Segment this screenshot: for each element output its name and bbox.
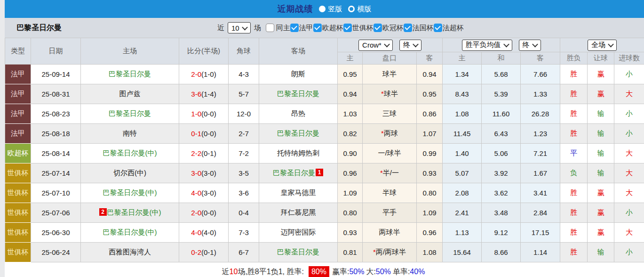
win-ratio-label: 赢率: <box>332 268 349 276</box>
away-mean-cell: 26.28 <box>521 104 560 124</box>
handicap-result-cell: 输 <box>588 243 614 262</box>
checkbox-checked-icon[interactable] <box>290 24 299 32</box>
layout-option-vertical[interactable]: 竖版 <box>319 5 342 14</box>
radio-selected-icon[interactable] <box>319 6 326 12</box>
team-name[interactable]: 巴黎圣日尔曼(中) <box>103 149 157 157</box>
bookmaker-select-value: Crow* <box>362 41 382 49</box>
single-ratio-label: 单率: <box>393 268 410 276</box>
competition-filter[interactable]: 欧超杯 <box>313 24 343 33</box>
competition-filter[interactable]: 欧冠杯 <box>374 24 404 33</box>
mean-group-header: 胜平负均值 终 <box>443 38 560 52</box>
corner-cell: 6-7 <box>229 243 259 262</box>
team-name[interactable]: 切尔西(中) <box>113 169 146 177</box>
competition-type-cell: 法甲 <box>5 65 31 84</box>
competition-type-cell: 世俱杯 <box>5 243 31 262</box>
team-name[interactable]: 巴黎圣日尔曼 <box>109 109 151 117</box>
avg-period-select[interactable]: 终 <box>519 40 541 51</box>
home-team-cell: 巴黎圣日尔曼 <box>81 104 179 124</box>
home-odds-cell: 0.81 <box>338 243 363 262</box>
odds-group-header: Crow* 终 <box>338 38 443 52</box>
team-name[interactable]: 拜仁慕尼黑 <box>281 208 316 216</box>
section-title: 近期战绩 <box>278 3 313 15</box>
layout-option-horizontal-label: 横版 <box>358 5 372 14</box>
away-odds-cell: 0.86 <box>417 104 443 124</box>
summary-record: 场,胜8平1负1, 胜率: <box>238 268 303 276</box>
half-time-score: (0-0) <box>201 209 216 217</box>
col-header-score: 比分(半场) <box>179 38 229 65</box>
avg-select[interactable]: 胜平负均值 <box>462 40 512 51</box>
full-time-score: 4-0 <box>191 189 201 197</box>
team-name[interactable]: 皇家马德里 <box>281 188 316 196</box>
competition-filter[interactable]: 法超杯 <box>434 24 464 33</box>
team-name[interactable]: 巴黎圣日尔曼(中) <box>107 208 161 216</box>
col-header-result: 胜负 <box>560 52 588 65</box>
result-cell: 胜 <box>560 65 588 84</box>
score-cell: 4-0(3-0) <box>179 183 229 203</box>
match-count-select[interactable]: 10 <box>228 22 251 33</box>
scope-select[interactable]: 全场 <box>588 40 617 51</box>
half-time-score: (3-0) <box>201 169 216 177</box>
layout-option-horizontal[interactable]: 横版 <box>348 5 372 14</box>
home-team-cell: 巴黎圣日尔曼 <box>81 65 179 84</box>
page-container: 近期战绩 竖版 横版 巴黎圣日尔曼 近 10 场 同主 法甲欧超杯世俱杯欧冠杯法… <box>5 0 644 277</box>
team-name[interactable]: 巴黎圣日尔曼 <box>273 169 315 177</box>
competition-type-cell: 法甲 <box>5 84 31 104</box>
handicap-line-cell: 三球 <box>363 104 417 124</box>
checkbox-checked-icon[interactable] <box>343 24 352 32</box>
bookmaker-period-value: 终 <box>403 41 410 49</box>
team-name[interactable]: 昂热 <box>291 109 305 117</box>
half-time-score: (0-0) <box>201 110 216 118</box>
corner-cell: 7-3 <box>229 223 259 243</box>
team-name[interactable]: 巴黎圣日尔曼(中) <box>103 228 157 236</box>
bookmaker-select[interactable]: Crow* <box>358 40 393 51</box>
col-header-odds-home: 主 <box>338 52 363 65</box>
full-time-score: 0-2 <box>191 248 201 256</box>
team-name[interactable]: 迈阿密国际 <box>281 228 316 236</box>
team-name[interactable]: 巴黎圣日尔曼(中) <box>103 188 157 196</box>
handicap-line-cell: 一/球半 <box>363 144 417 163</box>
rank-badge: 2 <box>99 208 107 216</box>
match-date-cell: 25-09-14 <box>31 65 81 84</box>
col-header-mean-home: 主 <box>443 52 482 65</box>
competition-filter[interactable]: 法甲 <box>290 24 313 33</box>
score-cell: 3-0(3-0) <box>179 163 229 183</box>
col-header-mean-draw: 和 <box>482 52 521 65</box>
away-mean-cell: 1.23 <box>521 124 560 144</box>
summary-prefix: 近 <box>222 268 230 276</box>
checkbox-checked-icon[interactable] <box>374 24 382 32</box>
competition-label: 法国杯 <box>413 24 434 33</box>
same-home-checkbox[interactable] <box>266 24 274 32</box>
handicap-result-cell: 赢 <box>588 65 614 84</box>
match-date-cell: 25-07-10 <box>31 183 81 203</box>
scope-select-value: 全场 <box>591 41 605 49</box>
checkbox-checked-icon[interactable] <box>313 24 322 32</box>
away-team-cell: 拜仁慕尼黑 <box>259 203 338 223</box>
team-name[interactable]: 巴黎圣日尔曼 <box>277 248 319 256</box>
half-time-score: (0-1) <box>201 248 216 256</box>
match-table: 类型 日期 主场 比分(半场) 角球 客场 Crow* 终 <box>5 38 644 262</box>
competition-filter[interactable]: 世俱杯 <box>343 24 374 33</box>
away-team-cell: 朗斯 <box>259 65 338 84</box>
handicap-result-cell: 输 <box>588 144 614 163</box>
team-name[interactable]: 朗斯 <box>291 70 305 78</box>
handicap-line-cell: 球半 <box>363 65 417 84</box>
team-name[interactable]: 南特 <box>123 129 137 137</box>
result-cell: 胜 <box>560 124 588 144</box>
full-time-score: 4-0 <box>191 228 201 236</box>
team-name[interactable]: 巴黎圣日尔曼 <box>277 129 319 137</box>
team-name[interactable]: 巴黎圣日尔曼 <box>277 90 319 98</box>
radio-unselected-icon[interactable] <box>348 6 355 12</box>
full-time-score: 3-6 <box>191 90 201 98</box>
half-time-score: (0-0) <box>201 130 216 138</box>
team-name[interactable]: 图卢兹 <box>119 90 141 98</box>
competition-filter[interactable]: 法国杯 <box>404 24 434 33</box>
team-name[interactable]: 托特纳姆热刺 <box>277 149 319 157</box>
checkbox-checked-icon[interactable] <box>434 24 442 32</box>
goals-result-cell: 大 <box>614 223 644 243</box>
bookmaker-period-select[interactable]: 终 <box>399 40 421 51</box>
team-name[interactable]: 西雅图海湾人 <box>109 248 151 256</box>
score-cell: 2-2(0-1) <box>179 144 229 163</box>
goals-result-cell: 小 <box>614 104 644 124</box>
checkbox-checked-icon[interactable] <box>404 24 412 32</box>
team-name[interactable]: 巴黎圣日尔曼 <box>109 70 151 78</box>
